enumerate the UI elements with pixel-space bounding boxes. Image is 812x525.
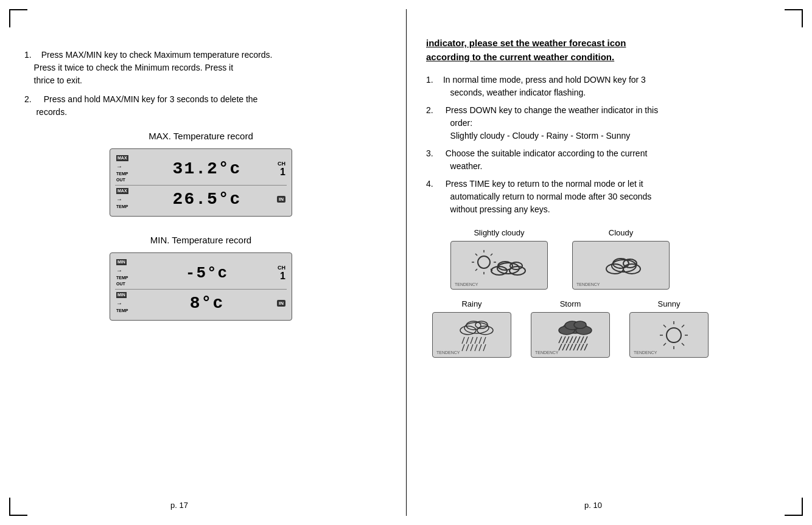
- sunny-icon-box: TENDENCY: [629, 312, 709, 358]
- center-divider: [406, 9, 407, 516]
- max-temp-title: MAX. Temperature record: [24, 131, 377, 141]
- storm-svg: [539, 317, 603, 353]
- svg-line-51: [566, 344, 569, 350]
- min-temp-title: MIN. Temperature record: [24, 235, 377, 245]
- svg-line-27: [475, 337, 477, 344]
- max-label-group-2: MAX → TEMP: [116, 188, 147, 210]
- svg-point-40: [574, 321, 586, 329]
- max-lcd-container: MAX → TEMP OUT 31.2°c CH 1 MAX → TEMP 26…: [110, 148, 292, 217]
- svg-point-57: [667, 328, 681, 342]
- max-label-group-1: MAX → TEMP OUT: [116, 155, 147, 183]
- right-header: indicator, please set the weather foreca…: [426, 37, 791, 64]
- left-instructions: 1. Press MAX/MIN key to check Maximum te…: [24, 49, 377, 119]
- weather-item-cloudy: Cloudy TENDENCY: [572, 228, 670, 290]
- svg-line-44: [570, 336, 573, 343]
- svg-line-62: [663, 325, 666, 327]
- cloudy-svg: [590, 249, 651, 282]
- max-lcd-row2: MAX → TEMP 26.5°c IN: [115, 185, 287, 212]
- cloudy-icon-box: TENDENCY: [572, 241, 670, 290]
- min-label-group-1: MIN → TEMP OUT: [116, 259, 147, 287]
- corner-bl: [9, 498, 27, 516]
- left-instruction-1: 1. Press MAX/MIN key to check Maximum te…: [24, 49, 377, 87]
- svg-point-9: [497, 263, 519, 274]
- svg-line-64: [682, 325, 684, 327]
- svg-line-53: [573, 344, 576, 350]
- svg-line-47: [581, 336, 584, 343]
- svg-line-7: [491, 254, 492, 256]
- svg-line-35: [483, 344, 486, 351]
- svg-line-24: [462, 337, 464, 344]
- svg-point-0: [478, 256, 490, 268]
- page-num-right: p. 10: [584, 501, 602, 510]
- corner-br: [785, 498, 803, 516]
- min-outdoor-value: -5°c: [147, 264, 267, 282]
- weather-row-1: Slightly cloudy: [450, 228, 791, 290]
- corner-tr: [785, 9, 803, 27]
- svg-line-52: [570, 344, 573, 350]
- right-page: indicator, please set the weather foreca…: [426, 37, 791, 367]
- svg-line-54: [577, 344, 580, 350]
- svg-line-48: [584, 336, 587, 343]
- storm-tendency: TENDENCY: [535, 350, 559, 355]
- svg-point-15: [606, 264, 623, 274]
- weather-item-sunny: Sunny TENDENCY: [629, 299, 709, 358]
- min-lcd-container: MIN → TEMP OUT -5°c CH 1 MIN → TEMP 8°c …: [110, 252, 292, 321]
- min-lcd-row1: MIN → TEMP OUT -5°c CH 1: [115, 257, 287, 289]
- svg-line-56: [584, 344, 587, 350]
- svg-line-28: [479, 337, 481, 344]
- right-instruction-2: 2. Press DOWN key to change the weather …: [426, 104, 791, 142]
- svg-line-32: [471, 344, 473, 351]
- svg-line-55: [581, 344, 584, 350]
- sunny-svg: [645, 317, 693, 353]
- svg-line-29: [483, 337, 486, 344]
- left-page: 1. Press MAX/MIN key to check Maximum te…: [24, 49, 377, 339]
- cloudy-label: Cloudy: [609, 228, 633, 237]
- rainy-label: Rainy: [461, 299, 481, 308]
- weather-section: Slightly cloudy: [426, 228, 791, 358]
- slightly-cloudy-icon-box: TENDENCY: [450, 241, 548, 290]
- svg-point-23: [475, 321, 488, 329]
- right-instruction-1: 1. In normal time mode, press and hold D…: [426, 74, 791, 99]
- weather-item-slightly-cloudy: Slightly cloudy: [450, 228, 548, 290]
- svg-line-49: [559, 344, 562, 350]
- rainy-icon-box: TENDENCY: [432, 312, 511, 358]
- max-indoor-value: 26.5°c: [147, 190, 267, 209]
- slightly-cloudy-label: Slightly cloudy: [474, 228, 524, 237]
- page-num-left: p. 17: [170, 501, 188, 510]
- svg-line-8: [475, 269, 477, 271]
- rainy-svg: [440, 317, 504, 353]
- storm-label: Storm: [560, 299, 581, 308]
- max-channel: CH 1: [267, 161, 285, 178]
- svg-line-31: [466, 344, 469, 351]
- storm-icon-box: TENDENCY: [531, 312, 610, 358]
- min-label-group-2: MIN → TEMP: [116, 292, 147, 314]
- min-lcd-row2: MIN → TEMP 8°c IN: [115, 289, 287, 316]
- svg-line-45: [573, 336, 576, 343]
- svg-line-50: [562, 344, 565, 350]
- slightly-cloudy-tendency: TENDENCY: [455, 282, 478, 287]
- svg-point-16: [623, 264, 640, 274]
- svg-line-43: [566, 336, 569, 343]
- svg-line-46: [577, 336, 580, 343]
- svg-point-20: [460, 326, 476, 335]
- svg-line-5: [475, 254, 477, 256]
- min-in-badge-wrap: IN: [267, 300, 285, 307]
- svg-line-33: [475, 344, 477, 351]
- sunny-label: Sunny: [658, 299, 681, 308]
- min-indoor-value: 8°c: [147, 294, 267, 313]
- svg-line-26: [471, 337, 473, 344]
- slightly-cloudy-svg: [463, 249, 536, 282]
- cloudy-tendency: TENDENCY: [576, 282, 600, 287]
- rainy-tendency: TENDENCY: [436, 350, 460, 355]
- weather-item-rainy: Rainy: [432, 299, 511, 358]
- max-outdoor-value: 31.2°c: [147, 159, 267, 178]
- min-channel: CH 1: [267, 265, 285, 282]
- svg-line-30: [462, 344, 464, 351]
- right-instructions: 1. In normal time mode, press and hold D…: [426, 74, 791, 216]
- max-lcd-row1: MAX → TEMP OUT 31.2°c CH 1: [115, 153, 287, 185]
- svg-line-25: [466, 337, 469, 344]
- svg-line-65: [663, 343, 666, 346]
- right-instruction-4: 4. Press TIME key to return to the norma…: [426, 178, 791, 216]
- svg-line-63: [682, 343, 684, 346]
- svg-line-34: [479, 344, 481, 351]
